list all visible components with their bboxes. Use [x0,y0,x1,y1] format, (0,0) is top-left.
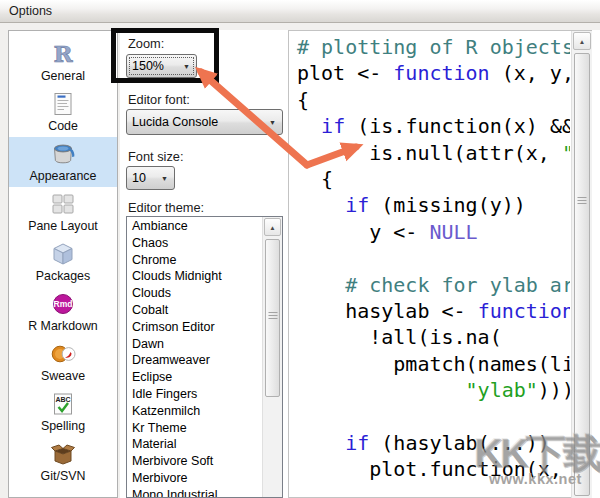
theme-option-katzenmilch[interactable]: Katzenmilch [127,403,282,420]
sidebar-item-label: Sweave [41,369,85,383]
editor-font-label: Editor font: [128,92,190,107]
thumb-grip [268,312,277,320]
git-box-icon [50,441,76,467]
font-size-select[interactable]: 10 ▼ [126,166,175,190]
titlebar[interactable]: Options [0,0,600,23]
font-size-label: Font size: [128,149,183,164]
theme-options: AmbianceChaosChromeClouds MidnightClouds… [127,217,282,498]
zoom-value: 150% [127,59,181,73]
scroll-up-button[interactable]: ▲ [264,218,281,236]
zoom-label: Zoom: [128,36,164,51]
chevron-down-icon: ▼ [181,63,196,70]
zoom-select[interactable]: 150% ▼ [126,54,197,78]
code-line: !all(is.na( [297,324,570,350]
svg-text:ABC: ABC [55,396,70,403]
theme-option-merbivore-soft[interactable]: Merbivore Soft [127,453,282,470]
sidebar: RGeneralCodeAppearancePane LayoutPackage… [8,30,118,498]
sweave-pdf-icon [50,341,76,367]
editor-theme-label: Editor theme: [128,200,204,215]
theme-option-clouds-midnight[interactable]: Clouds Midnight [127,268,282,285]
svg-text:R: R [53,41,73,67]
rmd-badge-icon: Rmd [50,291,76,317]
code-line: { [297,166,570,192]
code-line: "ylab"))) [297,377,570,403]
sidebar-item-label: Spelling [41,419,85,433]
theme-option-dawn[interactable]: Dawn [127,336,282,353]
code-line: is.null(attr(x, "class"))) [297,140,570,166]
sidebar-item-label: Appearance [30,169,97,183]
code-line: hasylab <- function(...) [297,298,570,324]
sidebar-item-pane-layout[interactable]: Pane Layout [9,187,117,237]
svg-text:Rmd: Rmd [54,299,73,309]
font-size-value: 10 [127,171,159,185]
code-line [297,403,570,429]
code-line: # plotting of R objects [297,34,570,60]
theme-option-crimson-editor[interactable]: Crimson Editor [127,319,282,336]
sidebar-item-spelling[interactable]: ABCSpelling [9,387,117,437]
sidebar-item-code[interactable]: Code [9,87,117,137]
scroll-up-button[interactable]: ▲ [573,32,591,50]
pane-grid-icon [50,191,76,217]
theme-option-clouds[interactable]: Clouds [127,285,282,302]
sidebar-item-appearance[interactable]: Appearance [9,137,117,187]
sidebar-item-packages[interactable]: Packages [9,237,117,287]
theme-option-ambiance[interactable]: Ambiance [127,218,282,235]
options-dialog: Options RGeneralCodeAppearancePane Layou… [0,0,600,498]
code-line [297,245,570,271]
theme-list-scrollbar[interactable]: ▲ [262,217,282,497]
scrollbar-thumb[interactable] [265,239,280,397]
code-line: if (hasylab(...)) [297,430,570,456]
thumb-grip [578,197,587,205]
sidebar-item-sweave[interactable]: Sweave [9,337,117,387]
sidebar-item-label: Packages [36,269,90,283]
sidebar-item-label: Git/SVN [41,469,86,483]
package-cube-icon [50,241,76,267]
sidebar-item-label: General [41,69,85,83]
paint-can-icon [50,141,76,167]
code-line: if (is.function(x) && [297,113,570,139]
window-title: Options [0,4,52,18]
sidebar-item-label: R Markdown [28,319,98,333]
sidebar-item-git-svn[interactable]: Git/SVN [9,437,117,487]
code-preview: # plotting of R objectsplot <- function … [289,31,570,497]
editor-font-select[interactable]: Lucida Console ▼ [126,109,283,135]
code-scrollbar[interactable]: ▲ [571,31,592,498]
theme-option-eclipse[interactable]: Eclipse [127,369,282,386]
r-logo-icon: R [50,41,76,67]
code-line: plot <- function (x, y, ...) [297,60,570,86]
sidebar-item-general[interactable]: RGeneral [9,37,117,87]
code-line: plot.function(x, y, ...) [297,456,570,482]
theme-option-idle-fingers[interactable]: Idle Fingers [127,386,282,403]
chevron-down-icon: ▼ [159,175,174,182]
scroll-up-icon: ▲ [269,224,275,231]
sidebar-item-label: Pane Layout [28,219,98,233]
sidebar-item-label: Code [48,119,78,133]
code-line: # check for ylab argument [297,272,570,298]
theme-option-cobalt[interactable]: Cobalt [127,302,282,319]
code-line: if (missing(y)) [297,192,570,218]
code-document-icon [50,91,76,117]
code-line: pmatch(names(list(...)), [297,351,570,377]
scrollbar-thumb[interactable] [574,53,590,496]
theme-option-merbivore[interactable]: Merbivore [127,470,282,487]
theme-option-chaos[interactable]: Chaos [127,235,282,252]
sidebar-item-r-markdown[interactable]: RmdR Markdown [9,287,117,337]
code-line: y <- NULL [297,219,570,245]
theme-option-dreamweaver[interactable]: Dreamweaver [127,352,282,369]
scroll-up-icon: ▲ [579,38,585,45]
theme-option-material[interactable]: Material [127,436,282,453]
code-line: { [297,87,570,113]
theme-option-kr-theme[interactable]: Kr Theme [127,420,282,437]
theme-option-mono-industrial[interactable]: Mono Industrial [127,487,282,498]
abc-check-icon: ABC [50,391,76,417]
chevron-down-icon: ▼ [267,119,282,126]
editor-theme-list[interactable]: AmbianceChaosChromeClouds MidnightClouds… [126,216,283,498]
editor-font-value: Lucida Console [127,115,267,129]
theme-option-chrome[interactable]: Chrome [127,252,282,269]
